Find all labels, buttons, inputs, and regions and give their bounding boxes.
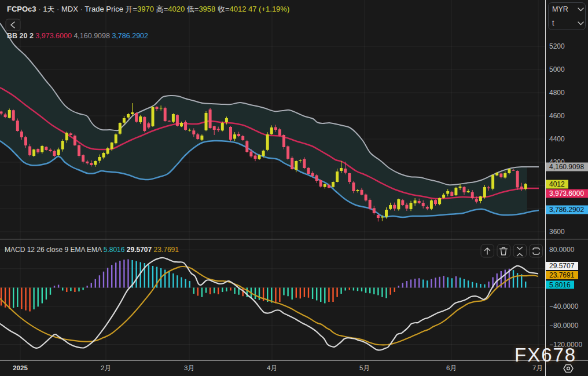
- svg-text:5000: 5000: [549, 65, 565, 74]
- svg-text:4,160.9098: 4,160.9098: [549, 163, 584, 171]
- svg-text:3月: 3月: [184, 364, 194, 371]
- svg-text:FCPOc3 · 1天 · MDX · Trade Pric: FCPOc3 · 1天 · MDX · Trade Price 开=3970 高…: [7, 5, 289, 13]
- svg-text:MACD 12 26 close 9 EMA EMA 5.: MACD 12 26 close 9 EMA EMA 5.8016 29.570…: [5, 246, 179, 254]
- svg-text:23.7691: 23.7691: [549, 271, 575, 279]
- svg-text:4800: 4800: [549, 89, 565, 97]
- svg-text:4月: 4月: [267, 364, 277, 371]
- svg-text:BB 20 2 3,973.6000 4,160.909: BB 20 2 3,973.6000 4,160.9098 3,786.2902: [7, 32, 148, 40]
- svg-text:−80.0000: −80.0000: [549, 322, 579, 330]
- svg-text:4400: 4400: [549, 135, 565, 143]
- svg-text:FX678: FX678: [514, 344, 576, 366]
- svg-text:5200: 5200: [549, 42, 565, 50]
- svg-text:3600: 3600: [549, 228, 565, 236]
- svg-text:t: t: [552, 19, 554, 27]
- svg-text:3,786.2902: 3,786.2902: [549, 206, 584, 214]
- svg-text:5月: 5月: [359, 364, 370, 371]
- svg-text:2月: 2月: [101, 364, 111, 371]
- svg-text:−40.0000: −40.0000: [549, 302, 579, 311]
- svg-text:29.5707: 29.5707: [549, 262, 575, 270]
- svg-text:4600: 4600: [549, 112, 565, 120]
- svg-text:2025: 2025: [13, 364, 28, 371]
- svg-text:6月: 6月: [446, 364, 457, 371]
- svg-text:4012: 4012: [549, 180, 565, 188]
- svg-text:80.0000: 80.0000: [549, 246, 575, 254]
- svg-text:3,973.6000: 3,973.6000: [549, 189, 584, 198]
- svg-text:MYR: MYR: [552, 5, 568, 13]
- svg-text:5.8016: 5.8016: [549, 281, 571, 289]
